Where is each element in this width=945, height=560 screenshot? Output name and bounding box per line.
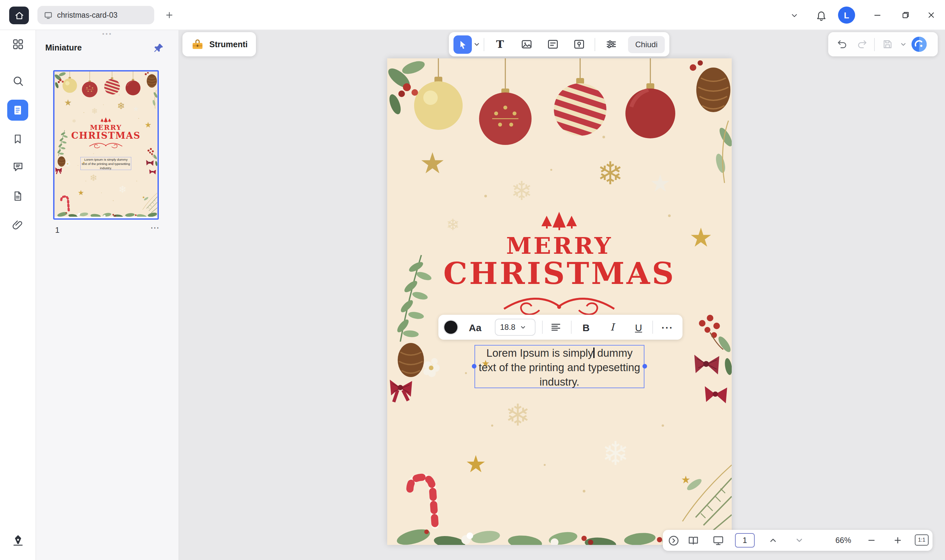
toolbar-divider (874, 38, 875, 51)
panel-drag-handle[interactable]: ••• (36, 31, 179, 37)
zoom-in-button[interactable] (890, 532, 906, 548)
redo-icon (856, 39, 867, 50)
page-number-input[interactable] (735, 533, 755, 548)
text-format-toolbar: Aa 18.8 B I U ··· (438, 315, 683, 340)
svg-text:★: ★ (145, 120, 152, 129)
svg-text:★: ★ (83, 161, 85, 164)
comment-icon (11, 160, 24, 173)
ai-logo-icon (911, 36, 927, 52)
chevron-down-icon (790, 11, 799, 19)
document-page[interactable]: ★ ❄ ★ ❄ ❄ ★ ❄ ❄ ★ ★ ★ (387, 58, 732, 545)
svg-text:★: ★ (420, 147, 446, 179)
selection-handle-right[interactable] (643, 364, 647, 369)
thumbnail-more-button[interactable]: ⋯ (146, 220, 163, 235)
book-spread-icon (687, 534, 699, 546)
close-button[interactable] (922, 6, 940, 24)
page-layout-button[interactable] (685, 532, 701, 548)
chevron-down-icon (899, 41, 906, 48)
alignment-button[interactable] (546, 318, 566, 336)
svg-text:❄: ❄ (446, 216, 459, 234)
italic-button[interactable]: I (603, 318, 622, 336)
more-format-options-button[interactable]: ··· (658, 318, 677, 336)
svg-text:★: ★ (64, 98, 72, 108)
font-button[interactable]: Aa (466, 315, 484, 340)
attachments-button[interactable] (6, 214, 29, 236)
close-edit-label: Chiudi (635, 40, 658, 49)
next-page-button[interactable] (791, 532, 807, 548)
maximize-icon (901, 11, 910, 20)
toolbox-icon (191, 38, 204, 51)
properties-button[interactable] (598, 35, 624, 54)
actual-size-button[interactable]: 1:1 (915, 534, 929, 546)
minimize-button[interactable] (868, 6, 886, 24)
apps-grid-button[interactable] (6, 33, 29, 55)
close-icon (927, 11, 936, 20)
bookmark-icon (12, 133, 24, 145)
svg-text:❄: ❄ (89, 173, 97, 183)
close-edit-button[interactable]: Chiudi (628, 36, 665, 53)
image-tool-button[interactable] (513, 35, 540, 54)
chevron-down-icon (520, 324, 527, 331)
document-fields-icon (12, 190, 24, 202)
image-icon (520, 38, 533, 51)
svg-text:❄: ❄ (72, 118, 76, 124)
fields-button[interactable] (6, 185, 29, 207)
comments-button[interactable] (6, 155, 29, 178)
presentation-mode-button[interactable] (710, 532, 726, 548)
toolbar-divider (595, 38, 595, 51)
pen-nib-icon (11, 534, 24, 546)
chevron-up-icon (768, 536, 778, 545)
home-button[interactable] (9, 6, 29, 24)
selected-text-block[interactable]: Lorem Ipsum is simply dummy text of the … (475, 345, 644, 388)
pin-panel-button[interactable] (152, 41, 166, 55)
signature-button[interactable] (6, 529, 29, 551)
text-tool-button[interactable]: T (487, 35, 513, 54)
save-button[interactable] (877, 35, 897, 54)
font-size-dropdown[interactable]: 18.8 (495, 319, 535, 336)
plus-icon (893, 536, 902, 545)
collapse-toolbar-button[interactable] (785, 6, 803, 24)
undo-button[interactable] (832, 35, 852, 54)
ai-assistant-button[interactable] (909, 35, 929, 54)
maximize-button[interactable] (896, 6, 915, 24)
card-artwork: ★ ❄ ★ ❄ ❄ ★ ❄ ❄ ★ ★ ★ (387, 58, 732, 545)
bookmarks-button[interactable] (6, 128, 29, 150)
thumbnail-page-number: 1 (55, 226, 59, 235)
document-tab[interactable]: christmas-card-03 (37, 6, 154, 24)
select-tool-button[interactable] (453, 35, 472, 54)
status-bar: 66% 1:1 (663, 530, 933, 551)
navigation-rail (0, 30, 36, 560)
bold-button[interactable]: B (576, 318, 596, 336)
notifications-button[interactable] (812, 6, 830, 24)
save-options-dropdown[interactable] (897, 35, 909, 54)
tools-label: Strumenti (209, 40, 248, 49)
undo-icon (836, 39, 848, 50)
zoom-out-button[interactable] (863, 532, 879, 548)
search-button[interactable] (6, 69, 29, 92)
zoom-level[interactable]: 66% (827, 530, 860, 551)
new-tab-button[interactable] (160, 6, 179, 24)
marker-tool-button[interactable] (566, 35, 592, 54)
card-title-christmas: CHRISTMAS (387, 258, 732, 289)
svg-text:★: ★ (142, 195, 145, 199)
pin-icon (154, 43, 164, 53)
minimize-icon (873, 11, 882, 20)
history-actions-bar (828, 32, 938, 56)
tools-menu-button[interactable]: Strumenti (182, 32, 256, 56)
underline-button[interactable]: U (629, 318, 648, 336)
previous-page-button[interactable] (765, 532, 781, 548)
user-avatar[interactable]: L (838, 6, 855, 24)
text-color-swatch[interactable] (444, 321, 458, 334)
svg-text:❄: ❄ (91, 106, 98, 115)
selection-handle-left[interactable] (472, 364, 476, 369)
app-window: christmas-card-03 L (0, 0, 945, 560)
form-tool-button[interactable] (540, 35, 566, 54)
page-thumbnail[interactable]: ★ ❄ ★ ❄ ❄ ★ ❄ ❄ ★ ★ ★ (53, 70, 159, 220)
redo-button[interactable] (852, 35, 871, 54)
thumbnails-panel-button[interactable] (7, 100, 28, 121)
tab-document-icon (44, 11, 52, 19)
expand-statusbar-button[interactable] (666, 532, 681, 548)
save-icon (882, 39, 893, 50)
select-tool-dropdown[interactable] (472, 35, 481, 54)
display-icon (712, 534, 724, 546)
